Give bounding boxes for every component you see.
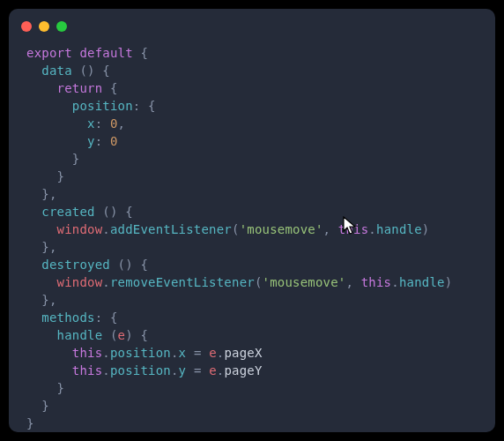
prop-position: position	[72, 99, 133, 113]
code-editor-window: export default { data () { return { posi…	[9, 9, 495, 432]
method-created: created	[41, 205, 94, 219]
fn-add-event-listener: addEventListener	[110, 222, 232, 236]
prop-y: y	[87, 134, 95, 148]
ident-window: window	[57, 275, 103, 289]
prop-pagey: pageY	[224, 363, 262, 377]
ident-window: window	[57, 222, 103, 236]
string-mousemove: 'mousemove'	[263, 275, 346, 289]
window-traffic-lights	[21, 21, 67, 32]
number-literal: 0	[110, 134, 118, 148]
keyword-export: export	[26, 46, 72, 60]
prop-pagex: pageX	[224, 346, 262, 360]
prop-methods: methods	[41, 310, 94, 325]
code-block: export default { data () { return { posi…	[26, 44, 481, 432]
keyword-return: return	[57, 81, 103, 95]
window-maximize-button[interactable]	[56, 21, 67, 32]
fn-remove-event-listener: removeEventListener	[110, 275, 255, 289]
window-minimize-button[interactable]	[39, 21, 49, 32]
window-close-button[interactable]	[21, 21, 32, 32]
keyword-default: default	[79, 46, 132, 60]
method-data: data	[41, 64, 72, 78]
number-literal: 0	[110, 116, 118, 131]
prop-x: x	[87, 116, 95, 131]
string-mousemove: 'mousemove'	[240, 222, 323, 236]
param-e: e	[118, 328, 126, 342]
method-destroyed: destroyed	[41, 258, 110, 272]
method-handle: handle	[57, 328, 103, 342]
